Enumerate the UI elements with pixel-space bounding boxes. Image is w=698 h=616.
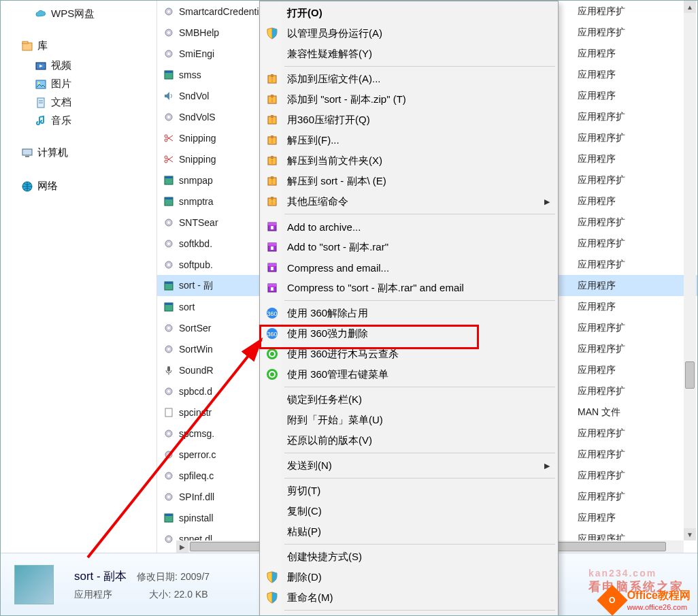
menu-separator xyxy=(284,453,555,453)
svg-point-52 xyxy=(167,453,170,456)
sidebar-item-computer[interactable]: 计算机 xyxy=(1,142,156,163)
menu-item-label: Add to "sort - 副本.rar" xyxy=(287,241,388,254)
menu-item[interactable]: 使用 360进行木马云查杀 xyxy=(261,344,556,364)
menu-item-label: Add to archive... xyxy=(287,221,361,233)
app-icon xyxy=(163,280,175,292)
menu-separator xyxy=(284,300,555,301)
svg-rect-92 xyxy=(268,284,276,287)
svg-rect-68 xyxy=(271,115,273,118)
file-name: sort - 副 xyxy=(179,280,213,292)
menu-item[interactable]: 解压到(F)... xyxy=(261,130,556,150)
file-name: SPInf.dll xyxy=(179,491,214,502)
svg-rect-19 xyxy=(165,71,173,73)
submenu-arrow-icon: ▶ xyxy=(544,461,550,470)
file-name: SortSer xyxy=(179,323,211,334)
file-type: 应用程序扩 xyxy=(578,470,697,482)
svg-rect-89 xyxy=(268,263,276,266)
menu-item[interactable]: 解压到 sort - 副本\ (E) xyxy=(261,171,556,191)
sidebar-item-video[interactable]: 视频 xyxy=(1,56,156,75)
menu-item[interactable]: 添加到 "sort - 副本.zip" (T) xyxy=(261,89,556,110)
file-type: 应用程序扩 xyxy=(578,174,697,187)
details-date-label: 修改日期: xyxy=(137,571,178,582)
svg-point-103 xyxy=(270,372,274,376)
zip-icon xyxy=(265,113,279,127)
file-type: 应用程序扩 xyxy=(578,216,697,229)
svg-rect-90 xyxy=(271,267,273,270)
vertical-scrollbar[interactable]: ▲ ▼ xyxy=(684,1,696,540)
sidebar-item-music[interactable]: 音乐 xyxy=(1,112,156,130)
menu-item[interactable]: Compress to "sort - 副本.rar" and email xyxy=(261,278,556,298)
360g-icon xyxy=(265,347,279,361)
file-type: 应用程序扩 xyxy=(578,385,697,398)
gear-icon xyxy=(163,427,175,440)
menu-item[interactable]: 粘贴(P) xyxy=(261,521,556,542)
menu-item-label: 创建快捷方式(S) xyxy=(287,551,362,564)
360b-icon: 360 xyxy=(265,306,279,320)
menu-item-label: Compress to "sort - 副本.rar" and email xyxy=(287,282,464,295)
sidebar-item-documents[interactable]: 文档 xyxy=(1,93,156,112)
scroll-up-arrow[interactable]: ▲ xyxy=(684,1,696,13)
menu-item-label: 添加到 "sort - 副本.zip" (T) xyxy=(287,93,406,106)
sidebar-item-library[interactable]: 库 xyxy=(1,35,156,56)
scroll-down-arrow[interactable]: ▼ xyxy=(684,528,696,540)
menu-item[interactable]: 兼容性疑难解答(Y) xyxy=(261,44,556,64)
scroll-thumb[interactable] xyxy=(685,361,695,389)
menu-item-label: 使用 360管理右键菜单 xyxy=(287,368,388,381)
menu-item[interactable]: 添加到压缩文件(A)... xyxy=(261,69,556,89)
menu-item[interactable]: 发送到(N) ▶ xyxy=(261,455,556,476)
menu-item-label: 以管理员身份运行(A) xyxy=(287,27,382,40)
sidebar-item-network[interactable]: 网络 xyxy=(1,176,156,197)
menu-item[interactable]: Compress and email... xyxy=(261,257,556,278)
zip-icon xyxy=(265,133,279,147)
scissors-icon xyxy=(163,132,175,144)
menu-item-label: 使用 360强力删除 xyxy=(287,327,368,340)
menu-item[interactable]: Add to "sort - 副本.rar" xyxy=(261,237,556,257)
svg-rect-62 xyxy=(271,74,273,77)
details-type: 应用程序 xyxy=(74,589,112,600)
menu-item-label: 附到「开始」菜单(U) xyxy=(287,414,383,427)
menu-item[interactable]: 360 使用 360解除占用 xyxy=(261,303,556,323)
svg-rect-38 xyxy=(165,282,173,284)
menu-item[interactable]: 重命名(M) xyxy=(261,587,556,608)
svg-marker-20 xyxy=(165,92,169,100)
sidebar-item-pictures[interactable]: 图片 xyxy=(1,75,156,93)
menu-item[interactable]: 复制(C) xyxy=(261,501,556,521)
menu-item[interactable]: 以管理员身份运行(A) xyxy=(261,23,556,44)
menu-item[interactable]: 创建快捷方式(S) xyxy=(261,547,556,567)
menu-item[interactable]: 剪切(T) xyxy=(261,481,556,501)
svg-point-17 xyxy=(167,52,170,55)
file-name: SMBHelp xyxy=(179,27,219,38)
menu-item[interactable]: Add to archive... xyxy=(261,216,556,237)
menu-item[interactable]: 还原以前的版本(V) xyxy=(261,430,556,451)
app-icon xyxy=(163,301,175,313)
sidebar-item-cloud[interactable]: WPS网盘 xyxy=(1,5,156,23)
file-type: 应用程序扩 xyxy=(578,322,697,334)
menu-item-label: 删除(D) xyxy=(287,571,322,584)
app-icon xyxy=(163,69,175,81)
menu-item[interactable]: 使用 360管理右键菜单 xyxy=(261,364,556,385)
gear-icon xyxy=(163,385,175,398)
rar-icon xyxy=(265,220,279,233)
menu-item[interactable]: 属性(R) xyxy=(261,613,556,616)
menu-item[interactable]: 用360压缩打开(Q) xyxy=(261,110,556,130)
menu-item[interactable]: 删除(D) xyxy=(261,567,556,587)
svg-point-36 xyxy=(167,263,170,266)
menu-item[interactable]: 锁定到任务栏(K) xyxy=(261,389,556,410)
svg-rect-30 xyxy=(165,197,173,199)
menu-item[interactable]: 其他压缩命令 ▶ xyxy=(261,191,556,212)
scroll-right-arrow[interactable]: ▶ xyxy=(176,540,188,553)
menu-item[interactable]: 打开(O) xyxy=(261,3,556,23)
gear-icon xyxy=(163,533,175,545)
svg-text:360: 360 xyxy=(267,310,277,317)
menu-item-label: 粘贴(P) xyxy=(287,525,321,538)
gear-icon xyxy=(163,343,175,355)
menu-item[interactable]: 360 使用 360强力删除 xyxy=(261,323,556,344)
shield-icon xyxy=(265,27,279,40)
mic-icon xyxy=(163,364,175,376)
svg-point-34 xyxy=(167,242,170,245)
sidebar-item-label: 计算机 xyxy=(37,146,68,159)
svg-rect-74 xyxy=(271,156,273,159)
menu-item-label: 剪切(T) xyxy=(287,485,320,498)
menu-item[interactable]: 附到「开始」菜单(U) xyxy=(261,410,556,430)
menu-item[interactable]: 解压到当前文件夹(X) xyxy=(261,150,556,171)
